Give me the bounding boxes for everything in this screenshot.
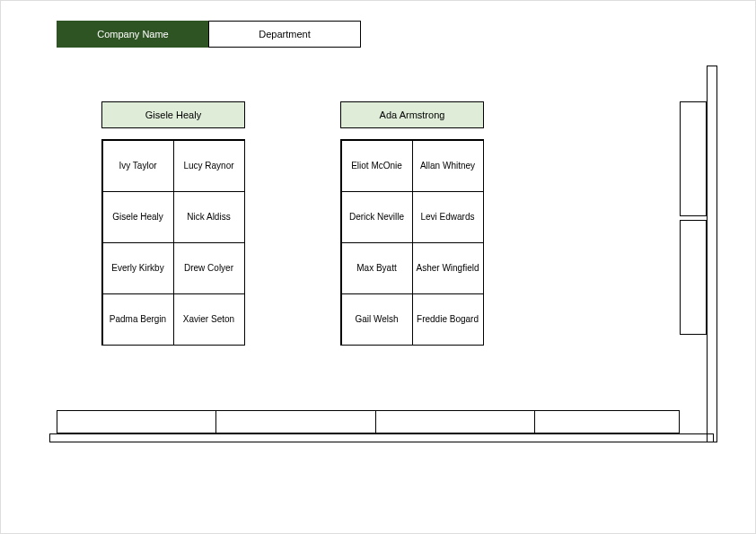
bottom-bar — [57, 410, 680, 433]
seat: Nick Aldiss — [173, 191, 245, 243]
seat: Padma Bergin — [102, 293, 174, 346]
seat: Everly Kirkby — [102, 242, 174, 294]
seat: Allan Whitney — [412, 140, 484, 192]
team-block-2: Ada Armstrong Eliot McOnie Allan Whitney… — [340, 101, 484, 346]
seat: Drew Colyer — [173, 242, 245, 294]
seat: Lucy Raynor — [173, 140, 245, 192]
right-column — [707, 66, 717, 442]
seat: Gisele Healy — [102, 191, 174, 243]
table-row: Everly Kirkby Drew Colyer — [102, 242, 244, 293]
team-leader-1: Gisele Healy — [101, 101, 245, 128]
seat: Freddie Bogard — [412, 293, 484, 346]
seat: Derick Neville — [341, 191, 413, 243]
table-row: Gail Welsh Freddie Bogard — [341, 293, 483, 345]
company-name-cell: Company Name — [57, 21, 209, 48]
team-leader-2: Ada Armstrong — [340, 101, 484, 128]
seat: Asher Wingfield — [412, 242, 484, 294]
bottom-seg — [216, 411, 375, 433]
seating-chart-page: Company Name Department Gisele Healy Ivy… — [0, 0, 756, 534]
table-row: Derick Neville Levi Edwards — [341, 191, 483, 242]
team-block-1: Gisele Healy Ivy Taylor Lucy Raynor Gise… — [101, 101, 245, 346]
department-cell: Department — [208, 21, 361, 48]
right-box — [680, 220, 707, 335]
table-row: Ivy Taylor Lucy Raynor — [102, 140, 244, 191]
seat: Levi Edwards — [412, 191, 484, 243]
right-box — [680, 101, 707, 216]
table-row: Gisele Healy Nick Aldiss — [102, 191, 244, 242]
table-row: Eliot McOnie Allan Whitney — [341, 140, 483, 191]
team-grid-2: Eliot McOnie Allan Whitney Derick Nevill… — [340, 139, 484, 346]
table-row: Max Byatt Asher Wingfield — [341, 242, 483, 293]
seat: Xavier Seton — [173, 293, 245, 346]
seat: Eliot McOnie — [341, 140, 413, 192]
bottom-strip — [49, 433, 714, 442]
seat: Max Byatt — [341, 242, 413, 294]
seat: Ivy Taylor — [102, 140, 174, 192]
bottom-seg — [57, 411, 216, 433]
team-grid-1: Ivy Taylor Lucy Raynor Gisele Healy Nick… — [101, 139, 245, 346]
bottom-seg — [376, 411, 535, 433]
seat: Gail Welsh — [341, 293, 413, 346]
header-row: Company Name Department — [57, 21, 361, 48]
table-row: Padma Bergin Xavier Seton — [102, 293, 244, 345]
bottom-seg — [535, 411, 679, 433]
